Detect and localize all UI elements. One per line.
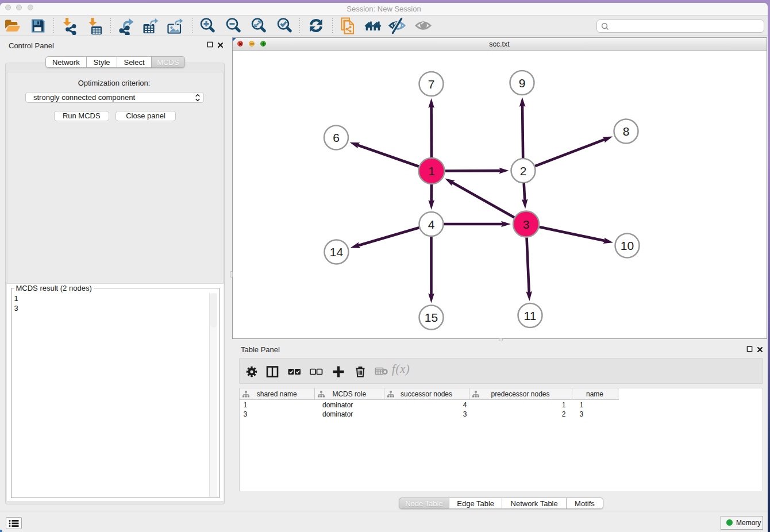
node-15[interactable]: 15: [419, 306, 443, 330]
edge-1-6[interactable]: [349, 142, 418, 167]
node-label: 1: [428, 164, 435, 178]
node-1[interactable]: 1: [418, 158, 444, 184]
node-11[interactable]: 11: [518, 303, 542, 327]
toolbar-separator: [53, 18, 54, 34]
table-cell: 2: [469, 410, 572, 418]
node-label: 8: [622, 125, 629, 138]
edge-2-9[interactable]: [519, 97, 525, 158]
delete-table-icon[interactable]: [375, 365, 388, 379]
node-2[interactable]: 2: [511, 159, 535, 183]
column-header-successor-nodes[interactable]: successor nodes: [384, 388, 469, 400]
column-header-shared-name[interactable]: shared name: [240, 388, 315, 400]
vertical-splitter-handle[interactable]: [230, 271, 233, 277]
edge-2-8[interactable]: [535, 136, 613, 166]
edge-1-7[interactable]: [428, 98, 434, 157]
network-canvas[interactable]: 1234678910111415: [233, 51, 767, 338]
list-icon: [9, 519, 19, 527]
edge-4-3[interactable]: [444, 221, 511, 228]
table-row[interactable]: 1dominator411: [240, 400, 763, 410]
memory-button[interactable]: Memory: [721, 516, 763, 530]
node-label: 10: [620, 239, 633, 252]
column-header-name[interactable]: name: [572, 388, 618, 400]
edge-line: [357, 228, 418, 245]
edge-4-14[interactable]: [350, 228, 419, 248]
tab-network-table[interactable]: Network Table: [502, 498, 567, 509]
tab-network[interactable]: Network: [45, 56, 87, 68]
network-window-titlebar: scc.txt: [233, 38, 767, 51]
node-label: 7: [428, 78, 434, 91]
split-columns-icon[interactable]: [265, 365, 279, 379]
horizontal-splitter-handle[interactable]: [499, 338, 503, 341]
desktop-corner: [0, 527, 5, 532]
export-table-icon[interactable]: [141, 17, 160, 35]
close-panel-icon[interactable]: [217, 42, 224, 48]
tab-edge-table[interactable]: Edge Table: [449, 498, 502, 509]
column-header-predecessor-nodes[interactable]: predecessor nodes: [469, 388, 572, 400]
zoom-out-icon[interactable]: [224, 17, 242, 35]
zoom-fit-icon[interactable]: [249, 17, 268, 35]
zoom-in-icon[interactable]: [198, 17, 217, 35]
import-network-icon[interactable]: [61, 17, 79, 35]
node-label: 6: [333, 131, 340, 144]
add-column-icon[interactable]: [332, 365, 345, 379]
edge-1-4[interactable]: [428, 184, 434, 210]
node-9[interactable]: 9: [510, 71, 534, 95]
node-8[interactable]: 8: [614, 119, 638, 144]
zoom-selected-icon[interactable]: [275, 17, 294, 35]
open-file-icon[interactable]: [3, 17, 22, 35]
table-row[interactable]: 3dominator323: [240, 410, 763, 419]
node-10[interactable]: 10: [615, 234, 639, 258]
float-panel-icon[interactable]: [207, 41, 213, 48]
criterion-value: strongly connected component: [33, 93, 135, 102]
result-scrollbar[interactable]: [209, 293, 217, 497]
run-mcds-button[interactable]: Run MCDS: [54, 111, 109, 122]
import-table-icon[interactable]: [86, 17, 104, 35]
tab-motifs[interactable]: Motifs: [567, 498, 603, 509]
edge-line: [526, 237, 529, 293]
node-label: 9: [518, 76, 525, 90]
edge-4-15[interactable]: [428, 237, 434, 303]
edge-1-2[interactable]: [445, 168, 509, 174]
tab-node-table[interactable]: Node Table: [399, 498, 450, 509]
mcds-result-list: 13: [14, 294, 18, 313]
node-14[interactable]: 14: [324, 240, 348, 264]
tab-select[interactable]: Select: [117, 56, 152, 68]
export-image-icon[interactable]: [166, 17, 184, 35]
float-table-panel-icon[interactable]: [746, 346, 753, 352]
edge-3-10[interactable]: [539, 227, 613, 244]
edge-3-1[interactable]: [445, 178, 514, 217]
gear-icon[interactable]: [245, 365, 259, 379]
function-builder-icon[interactable]: f(x): [392, 363, 415, 380]
tab-style[interactable]: Style: [87, 56, 118, 68]
deselect-all-columns-icon[interactable]: [309, 365, 323, 379]
search-field[interactable]: [596, 20, 764, 33]
toolbar-separator: [192, 18, 193, 34]
node-7[interactable]: 7: [419, 72, 443, 96]
edge-2-3[interactable]: [521, 183, 528, 209]
node-3[interactable]: 3: [513, 211, 539, 237]
delete-column-icon[interactable]: [353, 365, 367, 379]
close-panel-button[interactable]: Close panel: [116, 111, 176, 122]
control-panel-title: Control Panel: [9, 41, 54, 50]
column-header-MCDS-role[interactable]: MCDS role: [315, 388, 384, 400]
save-session-icon[interactable]: [29, 17, 47, 35]
column-label: MCDS role: [315, 390, 384, 398]
criterion-dropdown[interactable]: strongly connected component: [25, 92, 204, 103]
home-networks-icon[interactable]: [364, 17, 382, 35]
node-6[interactable]: 6: [324, 126, 348, 150]
export-network-icon[interactable]: [116, 17, 134, 35]
control-panel: Control Panel NetworkStyleSelectMCDS Opt…: [0, 37, 228, 511]
refresh-icon[interactable]: [307, 17, 325, 35]
close-table-panel-icon[interactable]: [757, 346, 763, 353]
select-all-columns-icon[interactable]: [287, 365, 301, 379]
mcds-documents-icon[interactable]: [338, 17, 357, 35]
hide-details-icon[interactable]: [388, 17, 407, 35]
result-scrollbar-thumb[interactable]: [210, 293, 217, 327]
window-titlebar: Session: New Session: [0, 3, 768, 16]
node-4[interactable]: 4: [419, 212, 443, 236]
node-label: 2: [519, 164, 526, 178]
tab-mcds[interactable]: MCDS: [152, 56, 185, 68]
show-panels-button[interactable]: [6, 517, 22, 529]
edge-3-11[interactable]: [526, 237, 532, 301]
show-details-icon[interactable]: [414, 17, 433, 35]
